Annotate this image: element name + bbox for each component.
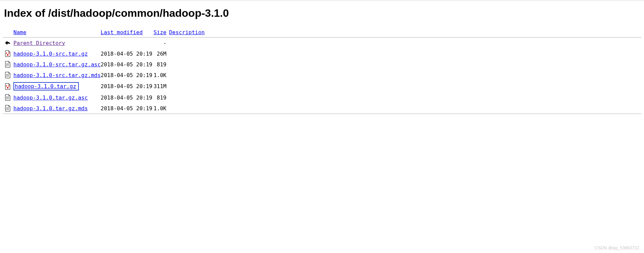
- file-size: 26M: [152, 48, 169, 59]
- file-row: hadoop-3.1.0.tar.gz.mds2018-04-05 20:191…: [3, 103, 641, 114]
- file-row: hadoop-3.1.0-src.tar.gz.asc2018-04-05 20…: [3, 59, 641, 70]
- svg-rect-1: [8, 53, 9, 54]
- file-row: hadoop-3.1.0-src.tar.gz2018-04-05 20:192…: [3, 48, 641, 59]
- back-arrow-icon: [4, 39, 11, 47]
- svg-rect-0: [6, 53, 7, 54]
- sort-by-name[interactable]: Name: [13, 29, 26, 36]
- file-size: 1.0K: [152, 70, 169, 80]
- file-link[interactable]: hadoop-3.1.0.tar.gz.asc: [13, 94, 88, 101]
- file-modified: 2018-04-05 20:19: [101, 70, 152, 80]
- text-file-icon: [4, 61, 11, 68]
- svg-rect-11: [7, 87, 8, 88]
- sort-by-size[interactable]: Size: [154, 29, 167, 36]
- svg-rect-10: [8, 85, 9, 86]
- text-file-icon: [4, 105, 11, 112]
- page-title: Index of /dist/hadoop/common/hadoop-3.1.…: [4, 7, 641, 19]
- file-size: 311M: [152, 80, 169, 92]
- file-link[interactable]: hadoop-3.1.0.tar.gz.mds: [13, 105, 88, 112]
- file-modified: 2018-04-05 20:19: [101, 80, 152, 92]
- file-row: hadoop-3.1.0-src.tar.gz.mds2018-04-05 20…: [3, 70, 641, 80]
- svg-rect-2: [7, 54, 8, 56]
- file-modified: 2018-04-05 20:19: [101, 92, 152, 103]
- parent-directory-link[interactable]: Parent Directory: [13, 40, 65, 46]
- file-size: 819: [152, 92, 169, 103]
- file-link[interactable]: hadoop-3.1.0-src.tar.gz: [13, 51, 88, 57]
- file-link[interactable]: hadoop-3.1.0.tar.gz: [15, 83, 76, 89]
- file-size: 1.0K: [152, 103, 169, 114]
- sort-by-description[interactable]: Description: [169, 29, 205, 36]
- file-modified: 2018-04-05 20:19: [101, 48, 152, 59]
- sort-by-modified[interactable]: Last modified: [101, 29, 143, 36]
- archive-file-icon: [4, 50, 11, 57]
- parent-size: -: [152, 38, 169, 49]
- archive-file-icon: [4, 83, 11, 90]
- parent-directory-row: Parent Directory -: [3, 38, 641, 49]
- text-file-icon: [4, 94, 11, 101]
- file-link[interactable]: hadoop-3.1.0-src.tar.gz.asc: [13, 61, 101, 68]
- highlighted-file: hadoop-3.1.0.tar.gz: [13, 82, 79, 90]
- file-modified: 2018-04-05 20:19: [101, 103, 152, 114]
- file-modified: 2018-04-05 20:19: [101, 59, 152, 70]
- file-link[interactable]: hadoop-3.1.0-src.tar.gz.mds: [13, 72, 101, 78]
- svg-rect-9: [6, 85, 7, 86]
- text-file-icon: [4, 71, 11, 79]
- file-row: hadoop-3.1.0.tar.gz.asc2018-04-05 20:198…: [3, 92, 641, 103]
- directory-listing-table: Name Last modified Size Description Pare…: [3, 27, 641, 114]
- file-row: hadoop-3.1.0.tar.gz2018-04-05 20:19311M: [3, 80, 641, 92]
- file-size: 819: [152, 59, 169, 70]
